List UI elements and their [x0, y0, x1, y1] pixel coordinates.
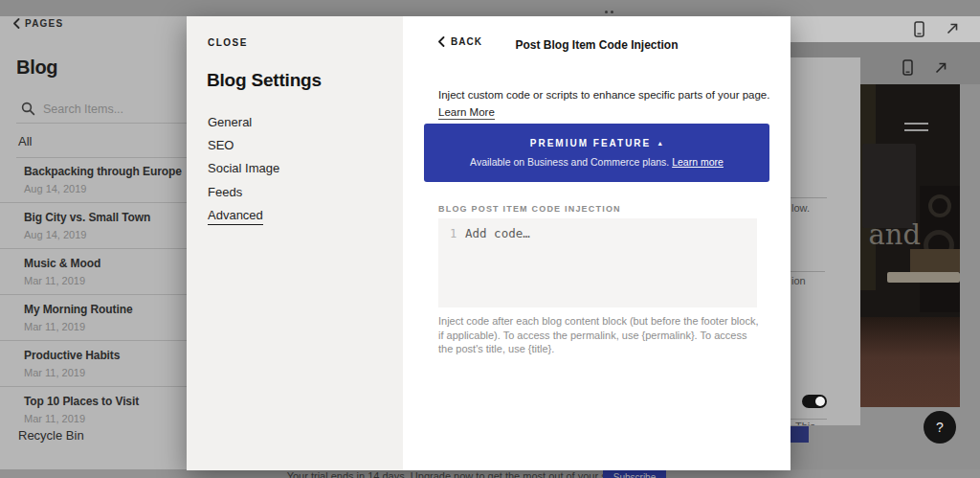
caret-up-icon: ▲ [657, 140, 663, 147]
description-text: Inject custom code or scripts to enhance… [438, 89, 769, 101]
line-number: 1 [450, 227, 457, 240]
chevron-left-icon [12, 18, 20, 29]
settings-nav-general[interactable]: General [208, 115, 252, 129]
close-button[interactable]: CLOSE [208, 37, 248, 48]
settings-detail-pane: BACK Post Blog Item Code Injection Injec… [403, 16, 791, 470]
settings-title: Blog Settings [207, 70, 322, 91]
open-fullscreen-icon [934, 61, 947, 75]
divider [791, 197, 827, 198]
pages-sidebar: PAGES Blog Search Items... All Backpacki… [0, 16, 187, 478]
partial-button [791, 426, 809, 443]
post-title: Top 10 Places to Visit [24, 395, 187, 408]
premium-learn-more-link[interactable]: Learn more [672, 156, 724, 168]
settings-nav-pane: CLOSE Blog Settings General SEO Social I… [187, 16, 403, 470]
post-date: Mar 11, 2019 [24, 367, 187, 378]
divider [791, 419, 827, 420]
top-bar-dot-icon [605, 11, 608, 13]
premium-title: PREMIUM FEATURE▲ [424, 138, 769, 148]
subscribe-button[interactable]: Subscribe [603, 469, 666, 478]
divider [791, 271, 825, 272]
preview-toolbar [791, 16, 980, 42]
clipped-text: This [795, 421, 815, 425]
mobile-preview-icon[interactable] [914, 21, 924, 37]
back-to-pages-button[interactable]: PAGES [12, 18, 63, 29]
post-date: Mar 11, 2019 [24, 275, 187, 286]
post-title: Music & Mood [24, 257, 187, 270]
top-bar [0, 0, 980, 16]
help-label: ? [936, 420, 944, 435]
preview-floor [860, 317, 960, 407]
post-date: Aug 14, 2019 [24, 183, 187, 194]
divider [16, 123, 187, 124]
clipped-text: low. [791, 202, 810, 214]
trial-message: Your trial ends in 14 days. Upgrade now … [117, 470, 791, 478]
settings-nav-feeds[interactable]: Feeds [208, 185, 242, 199]
blog-settings-modal: CLOSE Blog Settings General SEO Social I… [187, 16, 791, 470]
settings-nav-seo[interactable]: SEO [208, 138, 234, 152]
open-fullscreen-icon[interactable] [946, 22, 959, 35]
toggle-switch[interactable] [802, 395, 827, 408]
search-field[interactable]: Search Items... [21, 102, 123, 116]
back-to-pages-label: PAGES [25, 18, 63, 29]
help-button[interactable]: ? [924, 411, 956, 444]
filter-all[interactable]: All [18, 134, 32, 148]
post-list-item[interactable]: Productive Habits Mar 11, 2019 [0, 341, 187, 387]
detail-title: Post Blog Item Code Injection [460, 38, 733, 52]
post-title: My Morning Routine [24, 303, 187, 316]
chevron-left-icon [437, 36, 445, 47]
collection-title: Blog [16, 57, 57, 79]
code-injection-label: BLOG POST ITEM CODE INJECTION [438, 204, 621, 214]
post-list-item[interactable]: Top 10 Places to Visit Mar 11, 2019 [0, 387, 187, 433]
preview-keyboard-tray [887, 272, 960, 283]
settings-nav-social-image[interactable]: Social Image [208, 161, 279, 175]
post-list-item[interactable]: My Morning Routine Mar 11, 2019 [0, 295, 187, 341]
post-date: Mar 11, 2019 [24, 413, 187, 424]
mobile-preview-icon [902, 59, 913, 76]
post-title: Backpacking through Europe [24, 165, 187, 178]
app-window: PAGES Blog Search Items... All Backpacki… [0, 0, 980, 478]
helper-text: Inject code after each blog content bloc… [438, 314, 764, 356]
post-list: Backpacking through Europe Aug 14, 2019 … [0, 157, 187, 433]
search-placeholder: Search Items... [43, 102, 123, 116]
post-date: Mar 11, 2019 [24, 321, 187, 332]
search-icon [21, 102, 35, 116]
premium-subtitle: Available on Business and Commerce plans… [424, 156, 769, 168]
post-list-item[interactable]: Backpacking through Europe Aug 14, 2019 [0, 157, 187, 203]
post-title: Big City vs. Small Town [24, 211, 187, 224]
website-preview: l and [860, 84, 960, 407]
post-title: Productive Habits [24, 349, 187, 362]
premium-feature-banner[interactable]: PREMIUM FEATURE▲ Available on Business a… [424, 124, 769, 182]
stacked-panel-edge: low. ion This [791, 57, 860, 425]
post-date: Aug 14, 2019 [24, 229, 187, 240]
code-editor[interactable]: 1 Add code… [438, 218, 757, 307]
post-list-item[interactable]: Music & Mood Mar 11, 2019 [0, 249, 187, 295]
toggle-knob [815, 397, 825, 406]
clipped-text: ion [791, 275, 806, 286]
preview-headline-text: l and [860, 218, 921, 251]
post-list-item[interactable]: Big City vs. Small Town Aug 14, 2019 [0, 203, 187, 249]
recycle-bin-link[interactable]: Recycle Bin [18, 428, 84, 443]
preview-keyboard [910, 249, 960, 272]
top-bar-dot-icon [611, 11, 613, 13]
learn-more-link[interactable]: Learn More [438, 106, 495, 120]
settings-nav-advanced[interactable]: Advanced [208, 208, 263, 225]
trial-bar: Your trial ends in 14 days. Upgrade now … [0, 469, 980, 478]
menu-icon [904, 123, 928, 136]
preview-monitor [862, 144, 916, 228]
code-placeholder: Add code… [465, 226, 530, 240]
